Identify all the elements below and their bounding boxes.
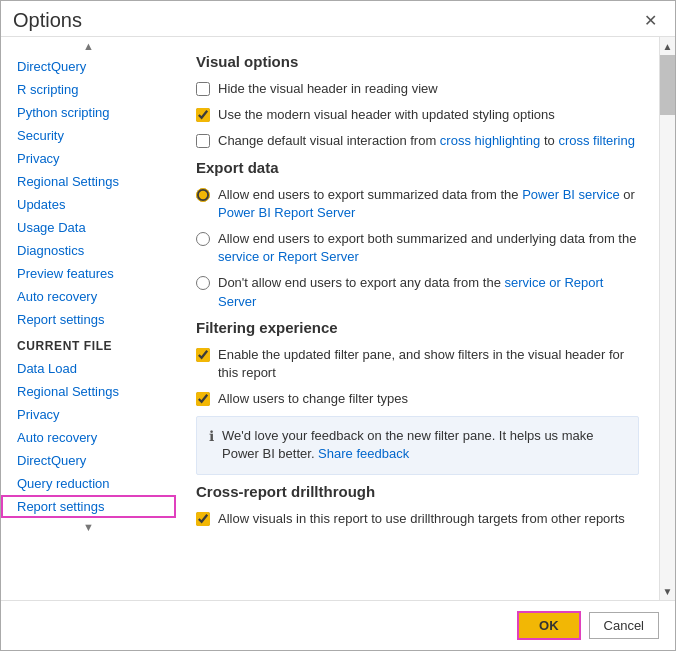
input-filter-pane[interactable] xyxy=(196,348,210,362)
section-title-cross-report-drillthrough: Cross-report drillthrough xyxy=(196,483,639,500)
input-hide-visual-header[interactable] xyxy=(196,82,210,96)
cancel-button[interactable]: Cancel xyxy=(589,612,659,639)
option-row-filter-pane: Enable the updated filter pane, and show… xyxy=(196,346,639,382)
option-row-change-default-interaction: Change default visual interaction from c… xyxy=(196,132,639,150)
option-row-export-summarized: Allow end users to export summarized dat… xyxy=(196,186,639,222)
input-dont-allow-export[interactable] xyxy=(196,276,210,290)
main-content: Visual optionsHide the visual header in … xyxy=(176,37,659,600)
sidebar-item-previewfeatures[interactable]: Preview features xyxy=(1,262,176,285)
option-row-hide-visual-header: Hide the visual header in reading view xyxy=(196,80,639,98)
sidebar-item-security[interactable]: Security xyxy=(1,124,176,147)
label-export-both: Allow end users to export both summarize… xyxy=(218,230,639,266)
option-row-modern-visual-header: Use the modern visual header with update… xyxy=(196,106,639,124)
scroll-thumb-area xyxy=(660,55,675,582)
sidebar-item-cf-queryreduction[interactable]: Query reduction xyxy=(1,472,176,495)
scroll-up-button[interactable]: ▲ xyxy=(660,37,675,55)
main-area: Visual optionsHide the visual header in … xyxy=(176,37,675,600)
options-dialog: Options ✕ ▲ DirectQueryR scriptingPython… xyxy=(0,0,676,651)
section-title-filtering-experience: Filtering experience xyxy=(196,319,639,336)
sidebar-item-updates[interactable]: Updates xyxy=(1,193,176,216)
sidebar-item-pythonscripting[interactable]: Python scripting xyxy=(1,101,176,124)
sidebar-item-cf-privacy[interactable]: Privacy xyxy=(1,403,176,426)
sidebar-current-section: Data LoadRegional SettingsPrivacyAuto re… xyxy=(1,357,176,518)
section-title-export-data: Export data xyxy=(196,159,639,176)
label-dont-allow-export: Don't allow end users to export any data… xyxy=(218,274,639,310)
sidebar: ▲ DirectQueryR scriptingPython scripting… xyxy=(1,37,176,600)
sidebar-item-diagnostics[interactable]: Diagnostics xyxy=(1,239,176,262)
sidebar-item-reportsettings[interactable]: Report settings xyxy=(1,308,176,331)
label-allow-visuals-drillthrough: Allow visuals in this report to use dril… xyxy=(218,510,625,528)
label-hide-visual-header: Hide the visual header in reading view xyxy=(218,80,438,98)
ok-button[interactable]: OK xyxy=(517,611,581,640)
section-title-visual-options: Visual options xyxy=(196,53,639,70)
current-file-header: CURRENT FILE xyxy=(1,331,176,357)
sidebar-item-cf-directquery[interactable]: DirectQuery xyxy=(1,449,176,472)
scroll-down-button[interactable]: ▼ xyxy=(660,582,675,600)
dialog-body: ▲ DirectQueryR scriptingPython scripting… xyxy=(1,36,675,600)
input-export-summarized[interactable] xyxy=(196,188,210,202)
input-modern-visual-header[interactable] xyxy=(196,108,210,122)
option-row-export-both: Allow end users to export both summarize… xyxy=(196,230,639,266)
input-change-default-interaction[interactable] xyxy=(196,134,210,148)
label-export-summarized: Allow end users to export summarized dat… xyxy=(218,186,639,222)
main-scrollbar: ▲ ▼ xyxy=(659,37,675,600)
option-row-change-filter-types: Allow users to change filter types xyxy=(196,390,639,408)
sidebar-item-cf-reportsettings[interactable]: Report settings xyxy=(1,495,176,518)
sidebar-scroll-down[interactable]: ▼ xyxy=(1,518,176,536)
input-change-filter-types[interactable] xyxy=(196,392,210,406)
sidebar-wrapper: ▲ DirectQueryR scriptingPython scripting… xyxy=(1,37,176,600)
feedback-box-filtering-experience: ℹWe'd love your feedback on the new filt… xyxy=(196,416,639,474)
option-row-dont-allow-export: Don't allow end users to export any data… xyxy=(196,274,639,310)
dialog-footer: OK Cancel xyxy=(1,600,675,650)
option-row-allow-visuals-drillthrough: Allow visuals in this report to use dril… xyxy=(196,510,639,528)
sidebar-item-cf-autorecovery[interactable]: Auto recovery xyxy=(1,426,176,449)
info-icon: ℹ xyxy=(209,428,214,444)
title-bar: Options ✕ xyxy=(1,1,675,36)
close-button[interactable]: ✕ xyxy=(638,9,663,32)
sidebar-item-cf-regionalsettings[interactable]: Regional Settings xyxy=(1,380,176,403)
input-allow-visuals-drillthrough[interactable] xyxy=(196,512,210,526)
sidebar-item-rscripting[interactable]: R scripting xyxy=(1,78,176,101)
input-export-both[interactable] xyxy=(196,232,210,246)
sidebar-item-usagedata[interactable]: Usage Data xyxy=(1,216,176,239)
scroll-thumb[interactable] xyxy=(660,55,675,115)
label-filter-pane: Enable the updated filter pane, and show… xyxy=(218,346,639,382)
sidebar-scroll-up[interactable]: ▲ xyxy=(1,37,176,55)
sidebar-item-dataload[interactable]: Data Load xyxy=(1,357,176,380)
share-feedback-link[interactable]: Share feedback xyxy=(318,446,409,461)
sidebar-item-directquery[interactable]: DirectQuery xyxy=(1,55,176,78)
label-modern-visual-header: Use the modern visual header with update… xyxy=(218,106,555,124)
sidebar-item-privacy[interactable]: Privacy xyxy=(1,147,176,170)
feedback-text: We'd love your feedback on the new filte… xyxy=(222,427,626,463)
sidebar-item-autorecovery[interactable]: Auto recovery xyxy=(1,285,176,308)
sidebar-item-regionalsettings[interactable]: Regional Settings xyxy=(1,170,176,193)
dialog-title: Options xyxy=(13,9,82,32)
sidebar-global-section: DirectQueryR scriptingPython scriptingSe… xyxy=(1,55,176,331)
label-change-default-interaction: Change default visual interaction from c… xyxy=(218,132,635,150)
label-change-filter-types: Allow users to change filter types xyxy=(218,390,408,408)
